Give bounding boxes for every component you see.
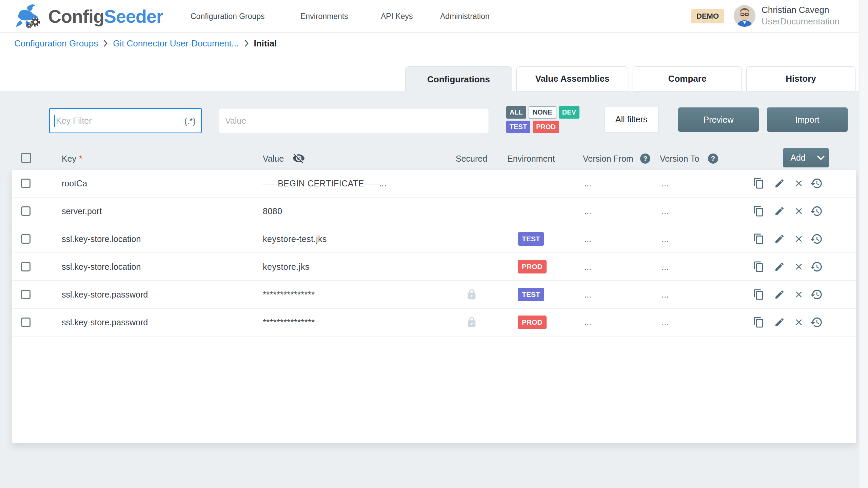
tab-compare[interactable]: Compare (633, 66, 742, 91)
copy-icon[interactable] (753, 317, 765, 328)
row-key: ssl.key-store.password (62, 318, 148, 327)
demo-badge: DEMO (691, 9, 724, 23)
user-avatar[interactable] (734, 5, 755, 27)
toggle-value-visibility-icon[interactable] (292, 152, 305, 165)
copy-icon[interactable] (753, 205, 765, 217)
edit-icon[interactable] (774, 178, 785, 189)
column-header-value: Value (263, 154, 284, 164)
history-icon[interactable] (810, 232, 823, 245)
all-filters-button[interactable]: All filters (604, 107, 658, 132)
history-icon[interactable] (810, 177, 823, 190)
add-dropdown-chevron-icon[interactable] (813, 148, 829, 167)
delete-icon[interactable] (794, 234, 804, 244)
select-all-checkbox[interactable] (21, 153, 31, 163)
add-button[interactable]: Add (783, 148, 813, 167)
version-from-value: ... (584, 318, 591, 327)
table-row: server.port 8080 ... ... (12, 198, 856, 225)
version-from-value: ... (584, 234, 591, 244)
version-to-value: ... (662, 290, 669, 300)
add-split-button[interactable]: Add (783, 148, 829, 167)
value-filter-input[interactable] (219, 108, 489, 133)
env-chip-test[interactable]: TEST (506, 121, 530, 133)
edit-icon[interactable] (774, 289, 785, 300)
history-icon[interactable] (810, 288, 823, 301)
version-to-value: ... (662, 262, 669, 272)
env-chip-dev[interactable]: DEV (559, 106, 579, 119)
row-value: keystore.jks (263, 262, 310, 272)
environment-badge: TEST (518, 232, 544, 246)
table-row: ssl.key-store.password *************** T… (12, 281, 856, 309)
version-from-value: ... (584, 206, 591, 216)
nav-administration[interactable]: Administration (440, 11, 490, 21)
environment-badge: TEST (518, 288, 544, 301)
user-name: Christian Cavegn (762, 4, 829, 16)
history-icon[interactable] (810, 316, 823, 329)
delete-icon[interactable] (794, 206, 804, 216)
history-icon[interactable] (810, 260, 823, 273)
table-row: rootCa -----BEGIN CERTIFICATE-----... ..… (12, 170, 856, 198)
edit-icon[interactable] (774, 206, 785, 217)
value-filter-field (219, 108, 489, 133)
version-to-value: ... (662, 234, 669, 244)
version-from-value: ... (584, 179, 591, 188)
table-row: ssl.key-store.location keystore-test.jks… (12, 225, 856, 253)
delete-icon[interactable] (794, 262, 804, 272)
key-filter-input[interactable] (50, 109, 201, 133)
content-area: (.*) ALLNONEDEV TESTPROD All filters Pre… (0, 91, 868, 488)
row-key: ssl.key-store.password (62, 290, 148, 300)
version-from-value: ... (584, 290, 591, 300)
delete-icon[interactable] (794, 317, 804, 327)
row-checkbox[interactable] (21, 290, 31, 299)
row-key: ssl.key-store.location (62, 262, 141, 272)
tab-history[interactable]: History (746, 66, 855, 91)
edit-icon[interactable] (774, 261, 785, 272)
version-to-help-icon[interactable]: ? (708, 154, 718, 164)
delete-icon[interactable] (794, 289, 804, 300)
copy-icon[interactable] (753, 261, 765, 272)
row-key: rootCa (62, 179, 87, 188)
tab-strip: ConfigurationsValue AssembliesCompareHis… (405, 66, 855, 92)
row-key: server.port (62, 206, 102, 216)
configseeder-page: ConfigSeeder Configuration Groups Enviro… (0, 0, 868, 488)
user-tenant: UserDocumentation (762, 16, 840, 27)
history-icon[interactable] (810, 205, 823, 218)
row-checkbox[interactable] (21, 234, 31, 244)
edit-icon[interactable] (774, 317, 785, 328)
copy-icon[interactable] (753, 289, 765, 300)
breadcrumb-configuration-groups[interactable]: Configuration Groups (14, 38, 98, 49)
column-header-key: Key* (62, 154, 82, 164)
column-header-secured: Secured (456, 154, 487, 164)
nav-configuration-groups[interactable]: Configuration Groups (191, 11, 265, 21)
import-button[interactable]: Import (767, 107, 848, 132)
copy-icon[interactable] (753, 233, 765, 245)
delete-icon[interactable] (794, 178, 804, 188)
tab-configurations[interactable]: Configurations (405, 66, 512, 92)
preview-button[interactable]: Preview (678, 107, 759, 132)
app-logo[interactable]: ConfigSeeder (15, 3, 163, 30)
version-from-help-icon[interactable]: ? (640, 154, 650, 164)
avatar-portrait (734, 5, 755, 27)
row-checkbox[interactable] (21, 318, 31, 327)
copy-icon[interactable] (753, 178, 765, 189)
edit-icon[interactable] (774, 233, 785, 244)
chevron-right-icon (244, 40, 249, 47)
row-checkbox[interactable] (21, 262, 31, 271)
env-chip-prod[interactable]: PROD (533, 121, 559, 133)
env-chip-all[interactable]: ALL (506, 106, 526, 119)
tab-value-assemblies[interactable]: Value Assemblies (516, 66, 628, 91)
row-checkbox[interactable] (21, 179, 31, 188)
row-value: *************** (263, 318, 315, 327)
row-checkbox[interactable] (21, 206, 31, 216)
key-filter-field: (.*) (49, 108, 202, 133)
nav-api-keys[interactable]: API Keys (381, 11, 413, 21)
chevron-right-icon (103, 40, 108, 47)
required-marker: * (79, 154, 82, 163)
row-value: -----BEGIN CERTIFICATE-----... (263, 179, 387, 188)
breadcrumb-configuration-group-name[interactable]: Git Connector User-Document... (113, 38, 239, 49)
nav-environments[interactable]: Environments (300, 11, 348, 21)
env-chip-none[interactable]: NONE (529, 106, 556, 119)
scrollbar-track[interactable] (859, 0, 868, 488)
environment-badge: PROD (518, 260, 547, 273)
lock-icon (466, 317, 477, 328)
column-header-environment: Environment (507, 154, 555, 164)
